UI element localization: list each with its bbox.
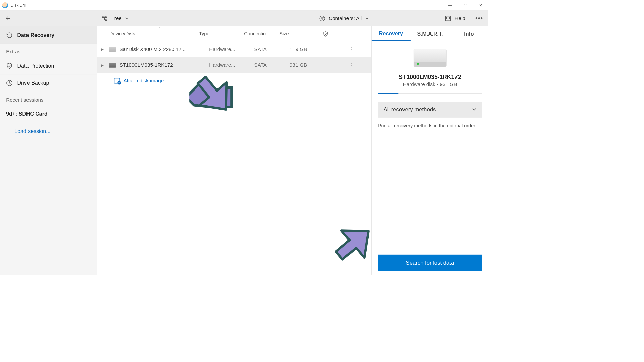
titlebar: Disk Drill ― ▢ ✕ [0, 0, 488, 11]
header-protection[interactable] [317, 31, 334, 37]
sidebar: Data Recovery Extras Data Protection Dri… [0, 26, 97, 275]
svg-rect-1 [105, 16, 107, 17]
maximize-button[interactable]: ▢ [458, 0, 473, 10]
expand-toggle[interactable]: ▶ [97, 47, 107, 52]
search-for-lost-data-button[interactable]: Search for lost data [378, 255, 482, 272]
filter-icon [319, 15, 325, 21]
chevron-down-icon [365, 17, 369, 20]
table-row[interactable]: ▶ SanDisk X400 M.2 2280 12... Hardware..… [97, 41, 371, 57]
attach-image-icon [114, 78, 120, 83]
sidebar-label: Drive Backup [17, 80, 49, 86]
containers-label: Containers: All [329, 15, 362, 21]
view-mode-dropdown[interactable]: Tree [97, 15, 134, 21]
recovery-method-dropdown[interactable]: All recovery methods [378, 102, 482, 117]
table-header: ⌃ Device/Disk Type Connectio... Size [97, 26, 371, 41]
recovery-method-description: Run all recovery methods in the optimal … [378, 123, 475, 129]
clock-icon [6, 80, 13, 86]
expand-toggle[interactable]: ▶ [97, 63, 107, 67]
device-size: 931 GB [290, 62, 327, 68]
device-connection: SATA [254, 46, 290, 52]
row-menu[interactable]: ⋮ [344, 46, 357, 53]
sidebar-item-data-protection[interactable]: Data Protection [0, 57, 97, 75]
header-connection[interactable]: Connectio... [244, 31, 279, 37]
recent-session-label: 9d+: SDHC Card [6, 111, 47, 117]
device-name: ST1000LM035-1RK172 [119, 62, 209, 68]
row-menu[interactable]: ⋮ [344, 62, 357, 69]
header-type[interactable]: Type [199, 31, 244, 37]
attach-label: Attach disk image... [124, 78, 168, 83]
app-icon [2, 2, 8, 8]
plus-icon: + [6, 127, 10, 135]
device-connection: SATA [254, 62, 290, 68]
device-name: SanDisk X400 M.2 2280 12... [119, 46, 209, 52]
details-body: ST1000LM035-1RK172 Hardware disk • 931 G… [372, 41, 488, 129]
device-table: ⌃ Device/Disk Type Connectio... Size ▶ S… [97, 26, 371, 275]
sidebar-item-drive-backup[interactable]: Drive Backup [0, 74, 97, 92]
chevron-down-icon [472, 107, 477, 112]
svg-rect-2 [105, 19, 107, 20]
containers-filter[interactable]: Containers: All [314, 15, 374, 21]
sidebar-label: Data Recovery [17, 32, 55, 38]
disk-icon [109, 63, 116, 68]
header-size[interactable]: Size [279, 31, 317, 37]
help-label: Help [455, 15, 465, 21]
sort-indicator-icon: ⌃ [158, 27, 161, 31]
details-panel: Recovery S.M.A.R.T. Info ST1000LM035-1RK… [371, 26, 488, 275]
shield-icon [6, 62, 13, 69]
search-button-label: Search for lost data [406, 260, 454, 266]
chevron-down-icon [125, 17, 129, 20]
view-mode-label: Tree [111, 15, 122, 21]
help-icon [445, 15, 451, 21]
svg-point-3 [320, 16, 325, 21]
recovery-method-label: All recovery methods [384, 106, 436, 113]
recovery-icon [6, 32, 13, 38]
device-size: 119 GB [290, 46, 327, 52]
back-arrow-icon [5, 15, 11, 21]
tab-recovery[interactable]: Recovery [372, 26, 411, 41]
sidebar-section-recent: Recent sessions [0, 92, 97, 105]
svg-rect-0 [102, 16, 104, 17]
device-type: Hardware... [209, 46, 254, 52]
sidebar-label: Data Protection [17, 63, 54, 69]
shield-icon [323, 31, 328, 37]
selected-drive-subtitle: Hardware disk • 931 GB [403, 81, 457, 87]
drive-illustration [414, 49, 447, 67]
window-controls: ― ▢ ✕ [442, 0, 488, 10]
more-menu[interactable]: ••• [470, 15, 488, 22]
main: Data Recovery Extras Data Protection Dri… [0, 26, 488, 275]
header-device[interactable]: Device/Disk [97, 31, 199, 37]
tree-icon [102, 15, 108, 21]
app-title: Disk Drill [11, 3, 27, 8]
attach-disk-image[interactable]: Attach disk image... [97, 73, 371, 83]
back-button[interactable] [0, 15, 15, 21]
sidebar-load-session[interactable]: + Load session... [0, 123, 97, 140]
close-button[interactable]: ✕ [473, 0, 488, 10]
disk-icon [109, 47, 116, 52]
details-tabs: Recovery S.M.A.R.T. Info [372, 26, 488, 41]
usage-bar [378, 93, 482, 94]
tab-smart[interactable]: S.M.A.R.T. [411, 26, 449, 41]
device-type: Hardware... [209, 62, 254, 68]
help-button[interactable]: Help [440, 15, 470, 21]
load-session-label: Load session... [14, 128, 50, 134]
sidebar-item-data-recovery[interactable]: Data Recovery [0, 26, 97, 44]
selected-drive-name: ST1000LM035-1RK172 [399, 74, 461, 80]
toolbar: Tree Containers: All Help ••• [0, 11, 488, 26]
tab-info[interactable]: Info [449, 26, 488, 41]
minimize-button[interactable]: ― [442, 0, 458, 10]
sidebar-recent-session[interactable]: 9d+: SDHC Card [0, 105, 97, 123]
sidebar-section-extras: Extras [0, 44, 97, 57]
table-row[interactable]: ▶ ST1000LM035-1RK172 Hardware... SATA 93… [97, 57, 371, 73]
